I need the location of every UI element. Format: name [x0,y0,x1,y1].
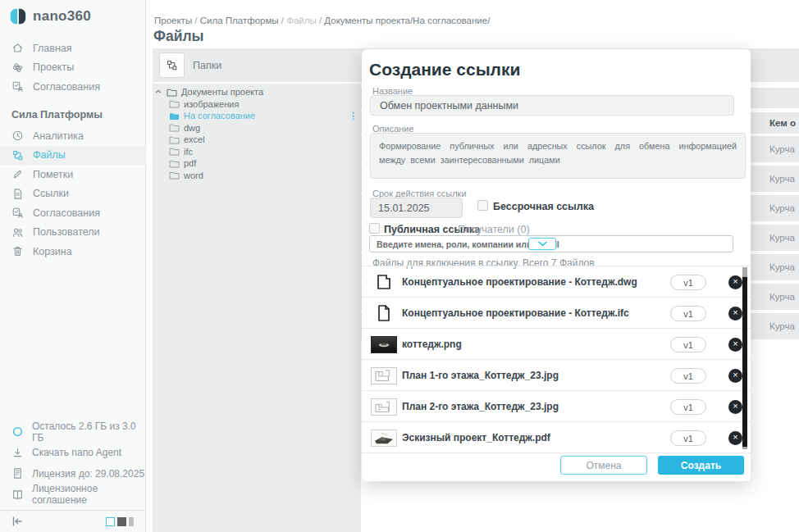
name-input[interactable]: Обмен проектными данными [370,95,734,116]
tree-root-label: Документы проекта [181,87,263,97]
tree-root-documents[interactable]: Документы проекта [153,86,361,98]
chevron-up-icon[interactable] [154,88,162,96]
breadcrumb-separator: / [279,16,287,25]
file-row-png[interactable]: коттедж.png v1 × [362,329,751,360]
tree-folder-ifc[interactable]: ifc [153,146,361,158]
perpetual-link-label: Бессрочная ссылка [493,201,594,212]
home-icon [11,42,24,54]
remove-file-icon[interactable]: × [728,338,742,352]
version-badge[interactable]: v1 [670,430,706,446]
image-thumbnail [369,329,399,360]
license-agreement-label: Лицензионное соглашение [32,483,146,506]
folders-tree-button[interactable] [159,52,185,78]
table-cell-updated-by: Курча [769,136,795,162]
folder-menu-dots-icon[interactable]: ⋮ [349,111,358,120]
file-row-plan2[interactable]: План 2-го этажа_Коттедж_23.jpg v1 × [362,391,751,422]
agreement-icon [11,489,24,501]
breadcrumb-separator: / [192,16,200,25]
perpetual-link-checkbox[interactable] [477,200,488,211]
file-name: коттедж.png [402,329,462,360]
expiry-date-value: 15.01.2025 [378,202,430,214]
sidebar-item-home[interactable]: Главная [0,39,146,58]
download-agent-label: Скачать nano Agent [32,447,121,458]
public-link-checkbox[interactable] [369,223,380,234]
folder-icon [169,147,180,156]
remove-file-icon[interactable]: × [728,431,742,445]
tree-folder-images[interactable]: изображения [153,98,361,111]
license-agreement-link[interactable]: Лицензионное соглашение [0,484,146,506]
view-toggle-partial[interactable] [129,517,134,526]
sidebar-item-links[interactable]: Ссылки [0,184,146,204]
table-cell-updated-by: Курча [769,254,795,280]
tree-folder-label: изображения [184,99,239,109]
recipients-dropdown-button[interactable] [528,238,556,250]
file-name: Концептуальное проектирование - Коттедж.… [402,266,637,298]
tree-folder-excel[interactable]: excel [153,134,361,146]
view-toggle-light[interactable] [106,517,115,526]
sidebar-item-analytics[interactable]: Аналитика [0,126,146,146]
tree-folder-pdf[interactable]: pdf [153,157,361,170]
remove-file-icon[interactable]: × [728,400,742,414]
sidebar-item-projects[interactable]: Проекты [0,58,146,78]
folder-icon [169,135,180,144]
tree-folder-label: На согласование [184,111,255,120]
sidebar-item-label: Корзина [33,246,72,257]
version-badge[interactable]: v1 [670,399,706,415]
create-button[interactable]: Создать [658,456,744,475]
tree-folder-na-soglasovanie[interactable]: На согласование ⋮ [153,110,361,122]
sidebar-item-label: Пометки [33,169,73,180]
link-doc-icon [11,188,24,200]
file-row-ifc[interactable]: Концептуальное проектирование - Коттедж.… [362,298,751,329]
page-title: Файлы [153,28,204,45]
sketch-thumbnail [369,422,399,453]
remove-file-icon[interactable]: × [728,275,742,289]
sidebar-item-annotations[interactable]: Пометки [0,165,146,184]
remove-file-icon[interactable]: × [728,369,742,383]
name-input-value: Обмен проектными данными [380,100,518,111]
sidebar-item-label: Согласования [33,207,100,219]
sidebar-item-users[interactable]: Пользователи [0,223,146,243]
license-info[interactable]: Лицензия до: 29.08.2025 [0,463,146,484]
recipients-input[interactable]: Введите имена, роли, компании или e-mail [369,235,733,252]
version-badge[interactable]: v1 [670,275,706,290]
collapse-sidebar-button[interactable] [10,514,26,530]
breadcrumb-files[interactable]: Файлы [286,16,317,25]
tree-folder-label: pdf [184,158,196,168]
breadcrumb-projects[interactable]: Проекты [154,16,192,25]
breadcrumb-project-name[interactable]: Сила Платформы [200,16,279,25]
remove-file-icon[interactable]: × [728,307,742,321]
version-badge[interactable]: v1 [670,368,706,384]
tree-folder-dwg[interactable]: dwg [153,122,361,134]
breadcrumb-folder-path[interactable]: Документы проекта/На согласование/ [324,16,490,25]
ifc-file-icon [369,298,399,329]
dwg-file-icon [369,266,399,298]
nano360-logo-icon [9,7,27,25]
folder-icon [169,123,180,132]
users-icon [11,226,24,239]
file-row-pdf[interactable]: Эскизный проект_Коттедж.pdf v1 × [362,422,751,453]
sidebar-item-approvals-2[interactable]: Согласования [0,203,146,223]
download-agent-link[interactable]: Скачать nano Agent [0,443,146,464]
table-cell-updated-by: Курча [769,313,795,339]
version-badge[interactable]: v1 [670,337,706,352]
folders-tree-icon [166,59,178,71]
version-badge[interactable]: v1 [670,306,706,321]
sidebar-item-label: Проекты [33,61,74,73]
description-textarea[interactable]: Формирование публичных или адресных ссыл… [370,133,746,179]
expiry-date-input[interactable]: 15.01.2025 [370,198,463,218]
file-row-dwg[interactable]: Концептуальное проектирование - Коттедж.… [362,266,751,298]
sidebar-item-files[interactable]: Файлы [0,146,146,166]
pencil-icon [11,168,24,180]
sidebar-item-approvals[interactable]: Согласования [0,77,146,97]
storage-remaining-label: Осталось 2.6 ГБ из 3.0 ГБ [32,421,146,443]
file-row-plan1[interactable]: План 1-го этажа_Коттедж_23.jpg v1 × [362,360,751,391]
cancel-button[interactable]: Отмена [560,456,647,475]
trash-icon [11,245,24,257]
breadcrumb: Проекты / Сила Платформы / Файлы / Докум… [154,16,490,25]
tree-folder-word[interactable]: word [153,170,361,182]
sidebar-item-trash[interactable]: Корзина [0,242,146,261]
folder-filled-icon [169,111,180,120]
open-folder-icon [167,88,177,97]
file-list-scrollbar-thumb[interactable] [742,277,747,447]
view-toggle-dark[interactable] [117,517,126,526]
